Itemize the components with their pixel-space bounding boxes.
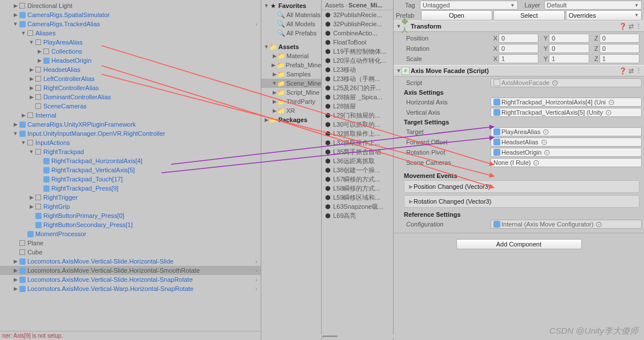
hierarchy-item[interactable]: ▶Locomotors.AxisMove.Vertical-Slide.Hori… bbox=[0, 275, 261, 284]
hierarchy-item[interactable]: ▼RightTrackpad bbox=[0, 147, 261, 156]
hierarchy-item[interactable]: ▶Collections bbox=[0, 47, 261, 56]
scene-item[interactable]: ⬢L23移动（手柄... bbox=[322, 74, 393, 83]
hierarchy-item[interactable]: ▶HeadsetAlias bbox=[0, 65, 261, 74]
forward-offset-field[interactable]: HeadsetAlias⊙ bbox=[491, 137, 642, 147]
hierarchy-item[interactable]: ▼Input.UnityInputManager.OpenVR.RightCon… bbox=[0, 129, 261, 138]
folder-item[interactable]: ▶📁Material bbox=[261, 51, 321, 60]
rotation-changed-event[interactable]: ▶Rotation Changed (Vector3) bbox=[404, 195, 639, 208]
assets-header[interactable]: ▼ 📁 Assets bbox=[261, 42, 321, 51]
item-label: CameraRigs.SpatialSimulator bbox=[27, 11, 110, 18]
select-button[interactable]: Select bbox=[493, 10, 565, 21]
scene-item[interactable]: ⬢FloatToBool bbox=[322, 38, 393, 47]
scene-item[interactable]: ⬢L29门和抽屉的... bbox=[322, 111, 393, 120]
add-component-button[interactable]: Add Component bbox=[456, 239, 582, 249]
slider-handle[interactable] bbox=[322, 334, 394, 338]
layer-dropdown[interactable]: Default▼ bbox=[544, 1, 642, 10]
scene-item[interactable]: ⬢L19手柄控制物体... bbox=[322, 47, 393, 56]
hierarchy-item[interactable]: ▶Locomotors.AxisMove.Vertical-Slide.Hori… bbox=[0, 266, 261, 275]
scene-item[interactable]: ⬢L25及26门的开... bbox=[322, 83, 393, 92]
hierarchy-item[interactable]: RightButtonSecondary_Press[1] bbox=[0, 220, 261, 229]
position-changed-event[interactable]: ▶Position Changed (Vector3) bbox=[404, 180, 639, 193]
hierarchy-item[interactable]: ▼PlayAreaAlias bbox=[0, 38, 261, 47]
folder-item[interactable]: ▶📁ThirdParty bbox=[261, 97, 321, 106]
scene-cameras-label: Scene Cameras bbox=[406, 159, 491, 166]
horizontal-axis-field[interactable]: RightTrackpad_HorizontalAxis[4] (Uni⊙ bbox=[491, 98, 642, 107]
favorite-item[interactable]: 🔍All Prefabs bbox=[261, 29, 321, 38]
scene-item[interactable]: ⬢32PublishRecie... bbox=[322, 19, 393, 29]
scene-item[interactable]: ⬢L32抓取操作上... bbox=[322, 138, 393, 147]
folder-item[interactable]: ▶📁Samples bbox=[261, 70, 321, 79]
hierarchy-item[interactable]: RightTrackpad_VerticalAxis[5] bbox=[0, 165, 261, 175]
transform-header[interactable]: ▼�人 Transform ❓ ⇄ ⋮ bbox=[394, 21, 644, 32]
scene-item[interactable]: ⬢CombineActio... bbox=[322, 29, 393, 38]
scene-item[interactable]: ⬢L63Snapzone吸... bbox=[322, 202, 393, 211]
scene-item[interactable]: ⬢L35两手抓合自动... bbox=[322, 147, 393, 156]
hierarchy-item[interactable]: RightTrackpad_HorizontalAxis[4] bbox=[0, 156, 261, 165]
hierarchy-item[interactable]: ▶DominantControllerAlias bbox=[0, 92, 261, 102]
unity-scene-icon: ⬢ bbox=[324, 120, 332, 128]
breadcrumb[interactable]: Assets›Scene_Mi... bbox=[322, 0, 393, 10]
hierarchy-item[interactable]: ▶Internal bbox=[0, 111, 261, 120]
vertical-axis-field[interactable]: RightTrackpad_VerticalAxis[5] (Unity⊙ bbox=[491, 108, 642, 117]
scene-item[interactable]: ⬢L58瞬移的方式... bbox=[322, 184, 393, 193]
unity-scene-icon: ⬢ bbox=[324, 56, 332, 64]
scene-item[interactable]: ⬢L30可以抓取的... bbox=[322, 120, 393, 129]
overrides-dropdown[interactable]: Overrides▼ bbox=[566, 10, 642, 21]
scene-item[interactable]: ⬢L59瞬移区域和... bbox=[322, 193, 393, 202]
hierarchy-item[interactable]: ▶RightTrigger bbox=[0, 193, 261, 202]
tf-rot-y-input[interactable]: 0 bbox=[549, 44, 589, 53]
scene-item[interactable]: ⬢L23移动 bbox=[322, 65, 393, 74]
folder-item[interactable]: ▶📁XR bbox=[261, 106, 321, 115]
tf-rot-x-input[interactable]: 0 bbox=[499, 44, 538, 53]
favorite-item[interactable]: 🔍All Materials bbox=[261, 10, 321, 19]
hierarchy-item[interactable]: ▼InputActions bbox=[0, 138, 261, 147]
hierarchy-item[interactable]: RightButtonPrimary_Press[0] bbox=[0, 211, 261, 220]
hierarchy-item[interactable]: ▶RightGrip bbox=[0, 202, 261, 211]
folder-item[interactable]: ▼📁Scene_Mine bbox=[261, 79, 321, 88]
scene-item[interactable]: ⬢L28抽屉 bbox=[322, 102, 393, 111]
open-button[interactable]: Open bbox=[421, 10, 492, 21]
folder-item[interactable]: ▶📁Prefab_Mine bbox=[261, 60, 321, 70]
tf-scl-x-input[interactable]: 1 bbox=[499, 54, 538, 63]
scene-item[interactable]: ⬢L32抓取操作上... bbox=[322, 129, 393, 138]
hierarchy-item[interactable]: ▶CameraRigs.UnityXRPluginFramework bbox=[0, 120, 261, 129]
scene-item[interactable]: ⬢32PublishRecie... bbox=[322, 10, 393, 19]
hierarchy-item[interactable]: ▶Locomotors.AxisMove.Vertical-Warp.Horiz… bbox=[0, 284, 261, 293]
scene-item[interactable]: ⬢L28抽屉 _Spica... bbox=[322, 92, 393, 102]
tf-pos-y-input[interactable]: 0 bbox=[549, 34, 589, 43]
tf-pos-x-input[interactable]: 0 bbox=[499, 34, 538, 43]
hierarchy-item[interactable]: MomentProcessor bbox=[0, 229, 261, 238]
favorites-header[interactable]: ▼ ★ Favorites bbox=[261, 1, 321, 10]
target-field[interactable]: PlayAreaAlias⊙ bbox=[491, 127, 642, 136]
hierarchy-item[interactable]: RightTrackpad_Press[9] bbox=[0, 184, 261, 193]
hierarchy-item[interactable]: ▶CameraRigs.SpatialSimulator bbox=[0, 10, 261, 19]
hierarchy-item[interactable]: ▶LeftControllerAlias bbox=[0, 74, 261, 83]
hierarchy-item[interactable]: SceneCameras bbox=[0, 102, 261, 111]
rotation-pivot-field[interactable]: HeadsetOrigin⊙ bbox=[491, 148, 642, 157]
hierarchy-item[interactable]: ▼Aliases bbox=[0, 29, 261, 38]
hierarchy-item[interactable]: Cube bbox=[0, 248, 261, 257]
hierarchy-item[interactable]: Plane bbox=[0, 238, 261, 248]
packages-header[interactable]: ▶ 📁 Packages bbox=[261, 115, 321, 124]
hierarchy-item[interactable]: ▶HeadsetOrigin bbox=[0, 56, 261, 65]
favorite-item[interactable]: 🔍All Models bbox=[261, 19, 321, 29]
scene-item[interactable]: ⬢L36远距离抓取 bbox=[322, 156, 393, 165]
hierarchy-item[interactable]: ▶Locomotors.AxisMove.Vertical-Slide.Hori… bbox=[0, 257, 261, 266]
prefab-icon bbox=[42, 184, 50, 192]
tf-rot-z-input[interactable]: 0 bbox=[600, 44, 639, 53]
scene-item[interactable]: ⬢L38创建一个操... bbox=[322, 165, 393, 175]
scene-cameras-field[interactable]: None (I Rule)⊙ bbox=[491, 158, 642, 167]
tf-scl-y-input[interactable]: 1 bbox=[549, 54, 589, 63]
folder-item[interactable]: ▶📁Script_Mine bbox=[261, 88, 321, 97]
scene-item[interactable]: ⬢L20浮点动作转化... bbox=[322, 56, 393, 65]
tf-scl-z-input[interactable]: 1 bbox=[600, 54, 639, 63]
hierarchy-item[interactable]: ▶RightControllerAlias bbox=[0, 83, 261, 92]
scene-item[interactable]: ⬢L57瞬移的方式... bbox=[322, 175, 393, 184]
hierarchy-item[interactable]: ▶Directional Light bbox=[0, 1, 261, 10]
script-component-header[interactable]: ▼ # Axis Move Facade (Script) ❓ ⇄ ⋮ bbox=[394, 65, 644, 76]
hierarchy-item[interactable]: RightTrackpad_Touch[17] bbox=[0, 175, 261, 184]
hierarchy-item[interactable]: ▼CameraRigs.TrackedAlias› bbox=[0, 19, 261, 29]
scene-item[interactable]: ⬢L69高亮 bbox=[322, 211, 393, 220]
tf-pos-z-input[interactable]: 0 bbox=[600, 34, 639, 43]
tag-dropdown[interactable]: Untagged▼ bbox=[420, 1, 518, 10]
